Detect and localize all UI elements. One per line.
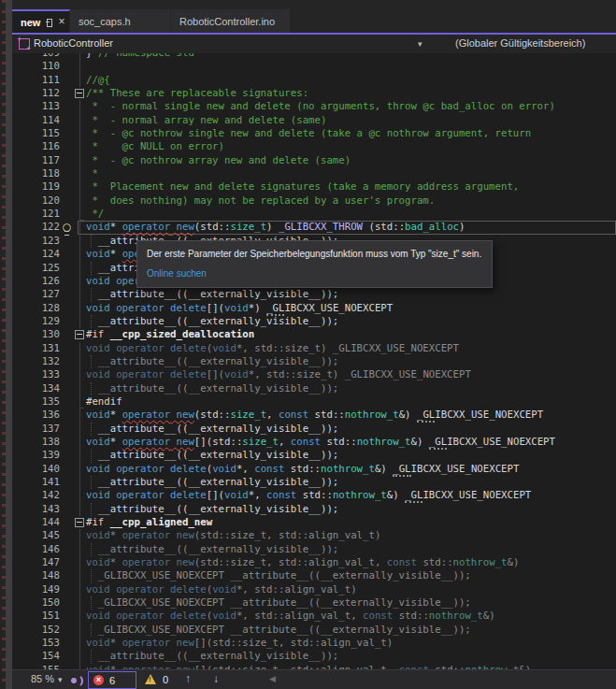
- code-line[interactable]: 148 _GLIBCXX_USE_NOEXCEPT __attribute__(…: [0, 569, 616, 582]
- code-line[interactable]: 154 __attribute__((__externally_visible_…: [0, 650, 616, 663]
- error-count-button[interactable]: × 6: [88, 671, 136, 689]
- code-text: void* operator new(std::size_t, const st…: [86, 409, 543, 422]
- code-line[interactable]: 145void* operator new(std::size_t, std::…: [0, 529, 616, 542]
- scroll-left-arrow-icon[interactable]: ◀: [269, 674, 276, 683]
- code-line[interactable]: 144#if __cpp_aligned_new: [0, 516, 616, 529]
- code-text: void operator delete(void*, std::size_t)…: [86, 342, 459, 355]
- code-line[interactable]: 152 _GLIBCXX_USE_NOEXCEPT __attribute__(…: [0, 624, 616, 637]
- error-count: 6: [109, 675, 115, 686]
- code-line[interactable]: 147void* operator new(std::size_t, std::…: [0, 556, 616, 569]
- scope-dropdown[interactable]: (Globaler Gültigkeitsbereich): [455, 37, 585, 49]
- code-line[interactable]: 131void operator delete(void*, std::size…: [0, 342, 616, 355]
- code-line[interactable]: 132 __attribute__((__externally_visible_…: [0, 355, 616, 368]
- code-text: * Placement new and delete signatures (t…: [86, 180, 519, 194]
- outline-guide: [60, 463, 86, 476]
- outline-guide: [60, 368, 86, 381]
- code-line[interactable]: 130#if __cpp_sized_deallocation: [0, 328, 616, 341]
- outline-guide: [60, 596, 86, 610]
- window-top-strip: [0, 0, 616, 9]
- code-line[interactable]: 118 *: [0, 167, 616, 180]
- collapse-toggle-icon[interactable]: [60, 87, 86, 100]
- tab-new[interactable]: new ×: [12, 9, 70, 33]
- tab-roboticcontroller-ino[interactable]: RoboticController.ino: [171, 9, 291, 33]
- code-line[interactable]: 129 __attribute__((__externally_visible_…: [0, 315, 616, 328]
- code-text: *: [86, 167, 98, 180]
- code-line[interactable]: 122void* operator new(std::size_t) _GLIB…: [0, 221, 616, 234]
- document-health-icon[interactable]: [70, 673, 84, 687]
- code-line[interactable]: 142void operator delete[](void*, const s…: [0, 489, 616, 502]
- code-line[interactable]: 149void operator delete(void*, std::alig…: [0, 583, 616, 596]
- code-line[interactable]: 116 * @c NULL on error): [0, 140, 616, 153]
- code-text: * - normal single new and delete (no arg…: [86, 100, 555, 113]
- code-line[interactable]: 140void operator delete(void*, const std…: [0, 463, 616, 476]
- project-dropdown[interactable]: RoboticController: [34, 37, 113, 49]
- code-line[interactable]: 137 __attribute__((__externally_visible_…: [0, 423, 616, 436]
- code-line[interactable]: 150 _GLIBCXX_USE_NOEXCEPT __attribute__(…: [0, 596, 616, 610]
- code-line[interactable]: 115 * - @c nothrow single new and delete…: [0, 127, 616, 140]
- code-line[interactable]: 120 * does nothing) may not be replaced …: [0, 194, 616, 208]
- close-icon[interactable]: ×: [57, 17, 66, 27]
- code-line[interactable]: 121 */: [0, 208, 616, 221]
- code-line[interactable]: 151void operator delete(void*, std::alig…: [0, 610, 616, 623]
- code-editor[interactable]: 109} // namespace std110111//@{112/** Th…: [0, 53, 616, 669]
- outline-guide: [60, 476, 86, 489]
- outline-guide: [60, 288, 86, 301]
- warning-count-button[interactable]: 0: [145, 671, 168, 687]
- code-text: * does nothing) may not be replaced by a…: [86, 194, 435, 208]
- code-line[interactable]: 138void* operator new[](std::size_t, con…: [0, 436, 616, 449]
- outline-guide: [60, 127, 86, 140]
- code-line[interactable]: 127 __attribute__((__externally_visible_…: [0, 288, 616, 301]
- code-text: void operator delete[](void*) _GLIBCXX_U…: [86, 302, 393, 315]
- tab-soc-caps[interactable]: soc_caps.h: [70, 9, 171, 33]
- collapse-toggle-icon[interactable]: [60, 328, 86, 341]
- outline-guide: [60, 610, 86, 623]
- code-line[interactable]: 133void operator delete[](void*, std::si…: [0, 368, 616, 381]
- code-line[interactable]: 114 * - normal array new and delete (sam…: [0, 114, 616, 127]
- code-text: void operator delete(void*, std::align_v…: [86, 610, 495, 623]
- code-line[interactable]: 111//@{: [0, 74, 616, 87]
- next-issue-button[interactable]: ↓: [213, 672, 219, 685]
- document-tabbar: new × soc_caps.h RoboticController.ino: [0, 9, 616, 33]
- code-text: __attribute__((__externally_visible__));: [86, 423, 338, 436]
- code-line[interactable]: 113 * - normal single new and delete (no…: [0, 100, 616, 113]
- code-line[interactable]: 110: [0, 60, 616, 73]
- code-line[interactable]: 128void operator delete[](void*) _GLIBCX…: [0, 302, 616, 315]
- tooltip-message: Der erste Parameter der Speicherbelegung…: [147, 249, 482, 259]
- code-line[interactable]: 109} // namespace std: [0, 53, 616, 60]
- collapsed-panel-strip[interactable]: [0, 0, 12, 689]
- outline-guide: [60, 248, 86, 261]
- code-line[interactable]: 153void* operator new[](std::size_t, std…: [0, 637, 616, 650]
- outline-guide: [60, 556, 86, 569]
- tab-label: soc_caps.h: [70, 16, 136, 27]
- code-text: _GLIBCXX_USE_NOEXCEPT __attribute__((__e…: [86, 569, 471, 582]
- code-text: __attribute__((__externally_visible__));: [86, 315, 338, 328]
- code-line[interactable]: 112/** These are replaceable signatures:: [0, 87, 616, 100]
- code-line[interactable]: 117 * - @c nothrow array new and delete …: [0, 154, 616, 167]
- code-line[interactable]: 143 __attribute__((__externally_visible_…: [0, 503, 616, 516]
- code-line[interactable]: 139 __attribute__((__externally_visible_…: [0, 449, 616, 462]
- outline-guide: [60, 140, 86, 153]
- chevron-down-icon[interactable]: ▾: [418, 39, 423, 49]
- code-line[interactable]: 134 __attribute__((__externally_visible_…: [0, 382, 616, 395]
- code-line[interactable]: 136void* operator new(std::size_t, const…: [0, 409, 616, 422]
- chevron-down-icon[interactable]: ▾: [58, 675, 63, 684]
- code-line[interactable]: 141 __attribute__((__externally_visible_…: [0, 476, 616, 489]
- online-search-link[interactable]: Online suchen: [147, 268, 482, 279]
- code-line[interactable]: 135#endif: [0, 395, 616, 409]
- code-text: #if __cpp_sized_deallocation: [86, 328, 254, 341]
- code-line[interactable]: 119 * Placement new and delete signature…: [0, 180, 616, 194]
- collapse-toggle-icon[interactable]: [60, 516, 86, 529]
- zoom-level-dropdown[interactable]: 85 %: [31, 673, 54, 684]
- pin-icon[interactable]: [46, 17, 53, 27]
- code-text: * - @c nothrow array new and delete (sam…: [86, 154, 351, 167]
- error-tooltip: Der erste Parameter der Speicherbelegung…: [136, 240, 493, 288]
- indent-guide: [91, 355, 92, 368]
- panel-strip-band: [6, 0, 12, 689]
- outline-guide: [60, 382, 86, 395]
- code-text: } // namespace std: [86, 53, 194, 60]
- lightbulb-icon[interactable]: [62, 223, 71, 235]
- previous-issue-button[interactable]: ↑: [185, 672, 191, 685]
- code-line[interactable]: 146 __attribute__((__externally_visible_…: [0, 543, 616, 556]
- code-text: _GLIBCXX_USE_NOEXCEPT __attribute__((__e…: [86, 624, 471, 637]
- code-text: void* operator new[](std::size_t, std::a…: [86, 637, 393, 650]
